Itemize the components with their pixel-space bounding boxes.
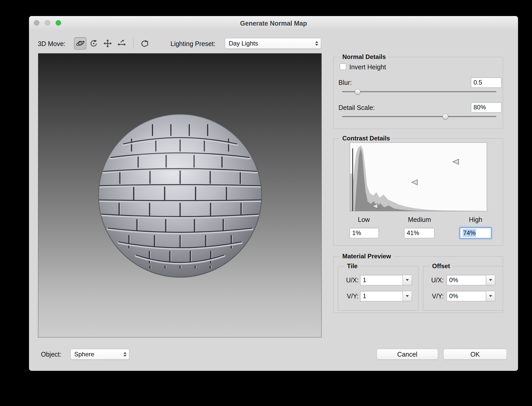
slide-camera-icon (117, 39, 126, 48)
pan-camera-tool-button[interactable] (101, 37, 114, 50)
orbit-camera-icon (76, 39, 85, 48)
blur-label: Blur: (338, 79, 352, 86)
detail-scale-slider[interactable] (342, 114, 496, 119)
offset-vy-combo (447, 291, 495, 301)
normal-details-title: Normal Details (340, 53, 388, 61)
tile-vy-input[interactable] (360, 291, 403, 301)
roll-camera-icon (89, 39, 98, 48)
invert-height-label[interactable]: Invert Height (349, 63, 386, 71)
histogram-plot (350, 143, 487, 211)
lighting-preset-select[interactable]: Day Lights (225, 38, 321, 49)
tile-ux-input[interactable] (360, 275, 403, 285)
move-tools-label: 3D Move: (38, 40, 65, 48)
offset-ux-input[interactable] (447, 275, 486, 285)
title-bar[interactable]: Generate Normal Map (29, 16, 518, 31)
cancel-button-label: Cancel (397, 351, 417, 358)
tile-title: Tile (344, 262, 360, 270)
tile-ux-dropdown-button[interactable] (403, 275, 412, 285)
generate-normal-map-dialog: Generate Normal Map 3D Move: (29, 16, 518, 371)
histogram-outer-area (350, 145, 487, 211)
reset-camera-button[interactable] (138, 37, 151, 50)
contrast-details-title: Contrast Details (340, 135, 393, 142)
object-select[interactable]: Sphere (70, 349, 129, 360)
sphere-preview (95, 110, 265, 281)
medium-label: Medium (408, 216, 431, 223)
down-arrow-icon (489, 279, 492, 281)
lighting-preset-label: Lighting Preset: (171, 40, 216, 48)
detail-scale-slider-thumb[interactable] (442, 114, 448, 119)
invert-height-checkbox[interactable] (340, 63, 346, 70)
low-label: Low (358, 216, 370, 223)
tile-vy-dropdown-button[interactable] (403, 291, 412, 301)
offset-vy-input[interactable] (447, 291, 486, 301)
window-title: Generate Normal Map (29, 16, 518, 31)
blur-input[interactable] (471, 77, 501, 88)
high-input[interactable]: 74% (460, 228, 491, 238)
roll-camera-tool-button[interactable] (87, 37, 100, 50)
down-arrow-icon (489, 295, 492, 297)
offset-ux-label: U/X: (426, 276, 444, 284)
down-arrow-icon (406, 295, 409, 297)
lighting-preset-value: Day Lights (229, 40, 258, 47)
slide-camera-tool-button[interactable] (115, 37, 128, 50)
cancel-button[interactable]: Cancel (376, 349, 438, 360)
offset-group: Offset (423, 266, 503, 311)
ok-button-label: OK (470, 351, 480, 358)
object-value: Sphere (74, 351, 94, 358)
medium-input[interactable] (404, 228, 434, 238)
blur-slider-track (342, 91, 496, 92)
blur-slider[interactable] (342, 89, 496, 95)
offset-vy-label: V/Y: (426, 292, 444, 300)
detail-scale-input[interactable] (471, 102, 501, 112)
tile-ux-combo (360, 275, 412, 285)
reset-camera-icon (140, 39, 149, 48)
offset-vy-dropdown-button[interactable] (486, 291, 495, 301)
down-arrow-icon (406, 279, 409, 281)
toolbar-divider (133, 38, 134, 49)
high-label: High (469, 216, 482, 223)
high-input-selected-text: 74% (463, 229, 476, 237)
offset-title: Offset (430, 262, 453, 270)
offset-ux-dropdown-button[interactable] (486, 275, 495, 285)
object-label: Object: (41, 351, 61, 358)
high-marker[interactable] (453, 159, 459, 164)
material-preview-title: Material Preview (340, 253, 394, 260)
orbit-camera-tool-button[interactable] (74, 37, 86, 50)
medium-marker[interactable] (412, 180, 417, 185)
tile-vy-combo (360, 291, 412, 301)
popup-stepper-icon (123, 352, 127, 357)
tile-group: Tile (338, 266, 418, 311)
ok-button[interactable]: OK (443, 349, 507, 360)
popup-stepper-icon (315, 41, 318, 46)
pan-camera-icon (103, 39, 112, 48)
detail-scale-label: Detail Scale: (338, 104, 375, 111)
tile-vy-label: V/Y: (341, 292, 359, 300)
offset-ux-combo (447, 275, 495, 285)
tile-ux-label: U/X: (341, 276, 359, 284)
low-input[interactable] (350, 228, 379, 238)
preview-canvas[interactable] (38, 53, 322, 337)
detail-scale-slider-track (342, 116, 496, 117)
blur-slider-thumb[interactable] (355, 89, 360, 95)
contrast-histogram (350, 142, 487, 211)
